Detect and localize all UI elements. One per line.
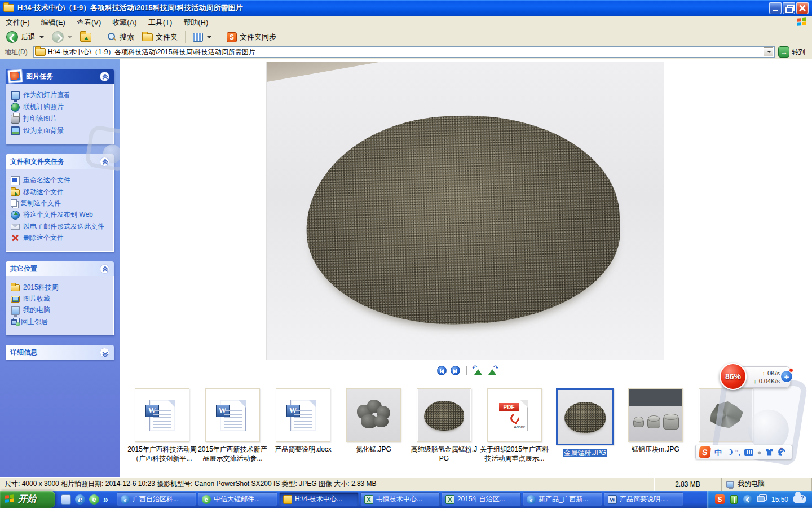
- quick-launch-overflow[interactable]: »: [103, 494, 108, 505]
- tray-collapse-chevron[interactable]: [743, 495, 752, 504]
- punctuation-toggle[interactable]: °,: [735, 449, 740, 456]
- file-name[interactable]: 锰铝压块m.JPG: [621, 445, 690, 454]
- address-value[interactable]: H:\4-技术中心\（1-9）各项科技活动\2015科技周\科技活动周所需图片: [48, 47, 761, 57]
- place-my-network[interactable]: 网上邻居: [11, 318, 110, 326]
- back-label: 后退: [21, 32, 36, 42]
- notification-dot: [779, 447, 783, 451]
- network-status-icon[interactable]: [757, 496, 765, 502]
- file-thumbnail-selected[interactable]: 金属锰粉.JPG: [550, 388, 620, 463]
- file-thumbnail[interactable]: 氮化锰.JPG: [338, 388, 409, 463]
- order-online-icon: [11, 103, 20, 112]
- system-monitor-widget[interactable]: ↑0K/s ↓0.04K/s 86% +: [720, 365, 792, 391]
- task-delete-file[interactable]: 删除这个文件: [11, 234, 110, 243]
- skin-icon[interactable]: [766, 449, 773, 456]
- file-thumbnail[interactable]: W 2015年广西新技术新产品展示交流活动参...: [197, 388, 268, 463]
- folders-button[interactable]: 文件夹: [139, 31, 180, 43]
- fullwidth-toggle-icon[interactable]: [726, 449, 731, 455]
- file-thumbnail[interactable]: W 2015年广西科技活动周（广西科技创新平...: [127, 388, 197, 463]
- usb-device-icon[interactable]: [730, 495, 738, 504]
- file-thumbnail[interactable]: W 产品简要说明.docx: [268, 388, 338, 463]
- task-move-file[interactable]: 移动这个文件: [11, 188, 110, 196]
- menu-edit[interactable]: 编辑(E): [36, 16, 71, 29]
- taskbar-button[interactable]: W产品简要说明....: [604, 492, 683, 506]
- browser-icon[interactable]: e: [89, 494, 99, 505]
- menu-favorites[interactable]: 收藏(A): [107, 16, 142, 29]
- security-zone: 我的电脑: [722, 478, 812, 491]
- file-thumbnail[interactable]: 高纯级脱氢金属锰粉.JPG: [409, 388, 479, 463]
- file-name[interactable]: 产品简要说明.docx: [268, 445, 338, 454]
- taskbar-button[interactable]: X韦慷技术中心...: [360, 492, 440, 506]
- taskbar-button[interactable]: e新产品_广西新...: [523, 492, 602, 506]
- file-tasks-title: 文件和文件夹任务: [10, 157, 64, 167]
- address-input[interactable]: H:\4-技术中心\（1-9）各项科技活动\2015科技周\科技活动周所需图片: [33, 46, 775, 58]
- toolbar-separator: [219, 31, 219, 43]
- task-order-prints[interactable]: 联机订购照片: [11, 103, 110, 112]
- menu-help[interactable]: 帮助(H): [178, 16, 214, 29]
- show-desktop-icon[interactable]: [61, 494, 71, 505]
- folders-label: 文件夹: [156, 32, 178, 42]
- place-my-computer[interactable]: 我的电脑: [11, 306, 110, 315]
- address-dropdown[interactable]: [764, 47, 773, 56]
- preview-image[interactable]: [267, 62, 664, 360]
- collapse-chevron-icon[interactable]: [100, 72, 109, 81]
- views-button[interactable]: [190, 32, 214, 43]
- task-copy-file[interactable]: 复制这个文件: [11, 199, 110, 208]
- window-folder-icon: [3, 4, 14, 12]
- menu-file[interactable]: 文件(F): [0, 16, 36, 29]
- account-icon[interactable]: ●: [757, 449, 762, 456]
- expand-chevron-icon[interactable]: [100, 348, 109, 357]
- back-button[interactable]: 后退: [3, 30, 47, 44]
- restore-button[interactable]: [783, 2, 795, 14]
- up-folder-icon: [80, 33, 91, 42]
- file-name[interactable]: 关于组织2015年广西科技活动周重点展示...: [480, 445, 549, 463]
- task-rename-file[interactable]: 重命名这个文件: [11, 176, 110, 185]
- start-button[interactable]: 开始: [0, 491, 55, 508]
- file-thumbnail[interactable]: 锰铝压块m.JPG: [620, 388, 691, 463]
- rotate-counterclockwise-button[interactable]: ↶: [473, 366, 483, 375]
- search-button[interactable]: 搜索: [104, 31, 137, 43]
- file-thumbnail[interactable]: PDF Adobe 关于组织2015年广西科技活动周重点展示...: [479, 388, 550, 463]
- other-places-header[interactable]: 其它位置: [6, 261, 114, 276]
- close-button[interactable]: [796, 2, 809, 14]
- soft-keyboard-icon[interactable]: [744, 449, 753, 456]
- task-print-picture[interactable]: 打印该图片: [11, 115, 110, 124]
- task-publish-web[interactable]: 将这个文件发布到 Web: [11, 211, 110, 220]
- taskbar-button[interactable]: e中信大锰邮件...: [198, 492, 277, 506]
- minimize-button[interactable]: [769, 2, 782, 14]
- menu-view[interactable]: 查看(V): [71, 16, 107, 29]
- memory-usage-ball[interactable]: 86%: [720, 363, 747, 390]
- collapse-chevron-icon[interactable]: [100, 157, 109, 167]
- back-dropdown-icon[interactable]: [39, 36, 44, 38]
- collapse-chevron-icon[interactable]: [100, 264, 109, 274]
- task-view-slideshow[interactable]: 作为幻灯片查看: [11, 91, 110, 100]
- settings-wrench-icon[interactable]: [777, 449, 784, 456]
- up-button[interactable]: [77, 32, 94, 43]
- taskbar-button-active[interactable]: H:\4-技术中心...: [279, 492, 359, 506]
- internet-explorer-icon[interactable]: e: [75, 494, 85, 505]
- file-name[interactable]: 2015年广西新技术新产品展示交流活动参...: [198, 445, 267, 463]
- place-my-pictures[interactable]: 图片收藏: [11, 295, 110, 303]
- sogou-tray-icon[interactable]: S: [715, 494, 725, 504]
- file-name[interactable]: 高纯级脱氢金属锰粉.JPG: [409, 445, 479, 463]
- rotate-clockwise-button[interactable]: ↷: [487, 366, 497, 375]
- cloud-input-icon[interactable]: [793, 495, 806, 503]
- file-name[interactable]: 氮化锰.JPG: [339, 445, 408, 454]
- taskbar-button[interactable]: e广西自治区科...: [117, 492, 196, 506]
- file-name[interactable]: 2015年广西科技活动周（广西科技创新平...: [127, 445, 197, 463]
- sogou-ime-bar[interactable]: S 中 °, ●: [695, 445, 792, 459]
- folder-sync-button[interactable]: S 文件夹同步: [224, 31, 279, 43]
- go-button[interactable]: → 转到: [778, 46, 810, 58]
- details-header[interactable]: 详细信息: [6, 345, 114, 360]
- windows-logo-icon: [791, 16, 812, 29]
- task-email-file[interactable]: 以电子邮件形式发送此文件: [11, 222, 110, 231]
- picture-tasks-header[interactable]: 图片任务: [6, 69, 114, 84]
- taskbar-clock[interactable]: 15:50: [771, 496, 788, 503]
- place-2015-tech-week[interactable]: 2015科技周: [11, 283, 110, 292]
- previous-image-button[interactable]: [437, 366, 447, 375]
- taskbar-button[interactable]: X2015年自治区...: [442, 492, 521, 506]
- menu-tools[interactable]: 工具(T): [143, 16, 178, 29]
- next-image-button[interactable]: [451, 366, 460, 375]
- forward-button[interactable]: [49, 30, 75, 44]
- sogou-logo-icon[interactable]: S: [699, 446, 711, 458]
- ime-mode-toggle[interactable]: 中: [714, 449, 722, 456]
